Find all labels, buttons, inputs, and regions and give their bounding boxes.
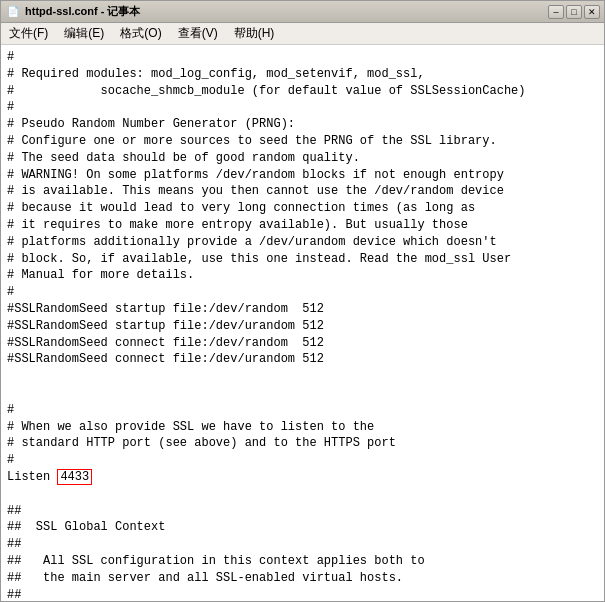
main-window: 📄 httpd-ssl.conf - 记事本 – □ ✕ 文件(F) 编辑(E)… xyxy=(0,0,605,602)
window-icon: 📄 xyxy=(5,4,21,20)
highlighted-port: 4433 xyxy=(57,469,92,485)
maximize-button[interactable]: □ xyxy=(566,5,582,19)
title-bar: 📄 httpd-ssl.conf - 记事本 – □ ✕ xyxy=(1,1,604,23)
menu-view[interactable]: 查看(V) xyxy=(170,23,226,44)
menu-edit[interactable]: 编辑(E) xyxy=(56,23,112,44)
text-editor[interactable]: # # Required modules: mod_log_config, mo… xyxy=(1,45,604,601)
menu-help[interactable]: 帮助(H) xyxy=(226,23,283,44)
window-title: httpd-ssl.conf - 记事本 xyxy=(25,4,548,19)
menu-file[interactable]: 文件(F) xyxy=(1,23,56,44)
minimize-button[interactable]: – xyxy=(548,5,564,19)
content-wrapper: # # Required modules: mod_log_config, mo… xyxy=(1,45,604,601)
close-button[interactable]: ✕ xyxy=(584,5,600,19)
window-controls: – □ ✕ xyxy=(548,5,600,19)
code-text: # # Required modules: mod_log_config, mo… xyxy=(7,49,598,601)
menu-format[interactable]: 格式(O) xyxy=(112,23,169,44)
menu-bar: 文件(F) 编辑(E) 格式(O) 查看(V) 帮助(H) xyxy=(1,23,604,45)
